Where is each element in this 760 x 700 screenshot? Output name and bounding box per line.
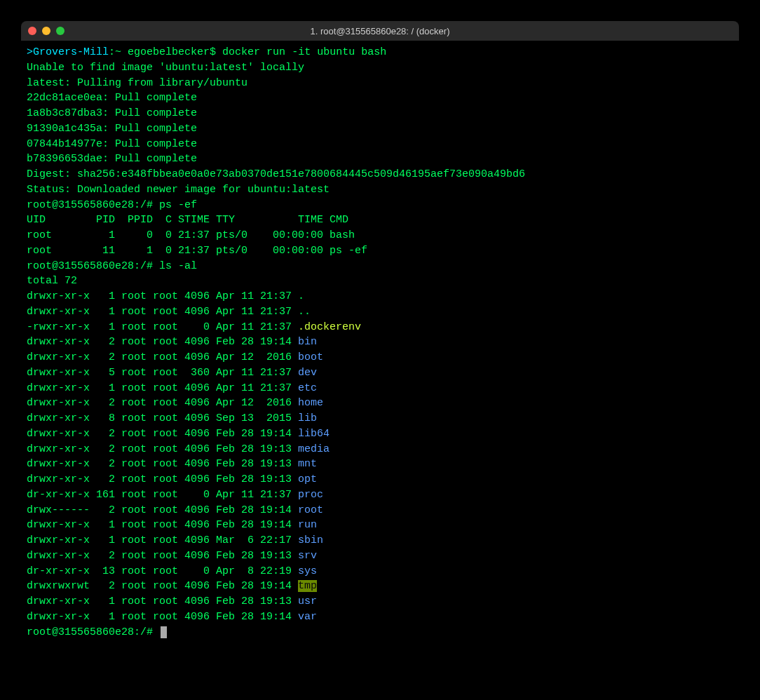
ls-attrs: drwxr-xr-x 1 root root 4096 Mar 6 22:17	[27, 534, 298, 546]
command: ps -ef	[159, 199, 197, 211]
output-line: 22dc81ace0ea: Pull complete	[27, 90, 733, 106]
ls-filename: dev	[298, 367, 317, 379]
ls-filename: tmp	[298, 580, 317, 592]
ls-row: drwxr-xr-x 8 root root 4096 Sep 13 2015 …	[27, 411, 733, 426]
ls-row: dr-xr-xr-x 13 root root 0 Apr 8 22:19 sy…	[27, 564, 733, 579]
cursor-icon	[161, 626, 167, 638]
ls-total: total 72	[27, 274, 733, 289]
hostname: Grovers-Mill	[33, 46, 109, 58]
prompt-arrow-icon: >	[27, 46, 33, 58]
ls-attrs: drwxr-xr-x 2 root root 4096 Apr 12 2016	[27, 351, 298, 363]
ls-attrs: drwxr-xr-x 2 root root 4096 Feb 28 19:14	[27, 428, 298, 440]
ls-attrs: drwxr-xr-x 2 root root 4096 Feb 28 19:13	[27, 458, 298, 470]
ps-row: root 11 1 0 21:37 pts/0 00:00:00 ps -ef	[27, 243, 733, 259]
ls-attrs: drwxr-xr-x 1 root root 4096 Feb 28 19:14	[27, 519, 298, 531]
ls-row: drwxr-xr-x 2 root root 4096 Feb 28 19:14…	[27, 426, 733, 442]
ls-attrs: drwxr-xr-x 1 root root 4096 Apr 11 21:37	[27, 306, 298, 318]
output-line: 91390a1c435a: Pull complete	[27, 121, 733, 137]
prompt-sep: :~	[109, 46, 128, 58]
ls-filename: lib	[298, 412, 317, 424]
minimize-icon[interactable]	[42, 27, 50, 35]
ls-filename: home	[298, 397, 323, 409]
prompt-text: root@315565860e28:/#	[27, 199, 159, 211]
traffic-lights	[28, 27, 65, 35]
ls-filename: srv	[298, 550, 317, 562]
ls-attrs: drwxr-xr-x 1 root root 4096 Apr 11 21:37	[27, 290, 298, 302]
ls-attrs: drwxr-xr-x 2 root root 4096 Feb 28 19:13	[27, 473, 298, 485]
ls-row: drwxr-xr-x 2 root root 4096 Feb 28 19:13…	[27, 442, 733, 457]
ps-row: root 1 0 0 21:37 pts/0 00:00:00 bash	[27, 228, 733, 243]
ls-attrs: dr-xr-xr-x 13 root root 0 Apr 8 22:19	[27, 565, 298, 577]
ls-attrs: drwxr-xr-x 2 root root 4096 Feb 28 19:13	[27, 443, 298, 455]
ls-filename: ..	[298, 306, 311, 318]
ls-filename: root	[298, 504, 323, 516]
prompt-line: root@315565860e28:/# ps -ef	[27, 198, 733, 213]
ls-filename: etc	[298, 382, 317, 394]
terminal-window: 1. root@315565860e28: / (docker) >Grover…	[21, 21, 739, 680]
ls-attrs: drwxrwxrwt 2 root root 4096 Feb 28 19:14	[27, 580, 298, 592]
ls-filename: .	[298, 290, 304, 302]
ls-filename: var	[298, 611, 317, 623]
prompt-line: root@315565860e28:/#	[27, 625, 733, 640]
ls-filename: bin	[298, 336, 317, 348]
ls-attrs: drwxr-xr-x 8 root root 4096 Sep 13 2015	[27, 412, 298, 424]
ls-filename: opt	[298, 473, 317, 485]
ls-filename: run	[298, 519, 317, 531]
prompt-text: root@315565860e28:/#	[27, 260, 159, 272]
ls-row: drwxr-xr-x 5 root root 360 Apr 11 21:37 …	[27, 365, 733, 381]
ls-attrs: drwxr-xr-x 2 root root 4096 Apr 12 2016	[27, 397, 298, 409]
output-line: 07844b14977e: Pull complete	[27, 137, 733, 152]
ls-attrs: -rwxr-xr-x 1 root root 0 Apr 11 21:37	[27, 321, 298, 333]
ls-filename: usr	[298, 595, 317, 607]
prompt-line: root@315565860e28:/# ls -al	[27, 259, 733, 274]
output-line: b78396653dae: Pull complete	[27, 152, 733, 167]
ls-row: drwxr-xr-x 2 root root 4096 Feb 28 19:13…	[27, 548, 733, 564]
output-line: 1a8b3c87dba3: Pull complete	[27, 106, 733, 121]
ls-filename: sys	[298, 565, 317, 577]
close-icon[interactable]	[28, 27, 36, 35]
command: docker run -it ubuntu bash	[222, 46, 386, 58]
titlebar[interactable]: 1. root@315565860e28: / (docker)	[21, 21, 739, 41]
ls-row: drwxr-xr-x 1 root root 4096 Mar 6 22:17 …	[27, 533, 733, 548]
username: egoebelbecker	[128, 46, 210, 58]
ls-row: drwxr-xr-x 1 root root 4096 Feb 28 19:13…	[27, 594, 733, 610]
ls-row: drwxr-xr-x 2 root root 4096 Feb 28 19:13…	[27, 457, 733, 472]
ls-row: drwxr-xr-x 2 root root 4096 Feb 28 19:14…	[27, 335, 733, 350]
ls-attrs: dr-xr-xr-x 161 root root 0 Apr 11 21:37	[27, 489, 298, 501]
ls-filename: .dockerenv	[298, 321, 361, 333]
ls-row: drwxrwxrwt 2 root root 4096 Feb 28 19:14…	[27, 579, 733, 594]
ls-filename: sbin	[298, 534, 323, 546]
ls-filename: lib64	[298, 428, 330, 440]
command: ls -al	[159, 260, 197, 272]
prompt-dollar: $	[210, 46, 222, 58]
ls-row: drwxr-xr-x 2 root root 4096 Apr 12 2016 …	[27, 350, 733, 365]
ls-row: -rwxr-xr-x 1 root root 0 Apr 11 21:37 .d…	[27, 320, 733, 335]
ls-attrs: drwxr-xr-x 2 root root 4096 Feb 28 19:13	[27, 550, 298, 562]
output-line: Digest: sha256:e348fbbea0e0a0e73ab0370de…	[27, 167, 733, 182]
output-line: Unable to find image 'ubuntu:latest' loc…	[27, 60, 733, 76]
terminal-content[interactable]: >Grovers-Mill:~ egoebelbecker$ docker ru…	[21, 41, 739, 644]
ls-attrs: drwx------ 2 root root 4096 Feb 28 19:14	[27, 504, 298, 516]
ls-attrs: drwxr-xr-x 2 root root 4096 Feb 28 19:14	[27, 336, 298, 348]
ls-row: drwxr-xr-x 1 root root 4096 Apr 11 21:37…	[27, 381, 733, 396]
window-title: 1. root@315565860e28: / (docker)	[28, 26, 732, 36]
ls-row: drwxr-xr-x 1 root root 4096 Feb 28 19:14…	[27, 518, 733, 533]
ls-filename: boot	[298, 351, 323, 363]
ls-row: drwxr-xr-x 2 root root 4096 Feb 28 19:13…	[27, 472, 733, 487]
ls-attrs: drwxr-xr-x 1 root root 4096 Feb 28 19:13	[27, 595, 298, 607]
ls-filename: mnt	[298, 458, 317, 470]
prompt-text: root@315565860e28:/#	[27, 626, 153, 638]
ls-attrs: drwxr-xr-x 1 root root 4096 Feb 28 19:14	[27, 611, 298, 623]
ls-row: drwxr-xr-x 2 root root 4096 Apr 12 2016 …	[27, 396, 733, 411]
ls-row: drwxr-xr-x 1 root root 4096 Apr 11 21:37…	[27, 289, 733, 304]
ls-row: drwxr-xr-x 1 root root 4096 Apr 11 21:37…	[27, 304, 733, 320]
ls-attrs: drwxr-xr-x 5 root root 360 Apr 11 21:37	[27, 367, 298, 379]
ls-row: dr-xr-xr-x 161 root root 0 Apr 11 21:37 …	[27, 487, 733, 503]
ps-header: UID PID PPID C STIME TTY TIME CMD	[27, 213, 733, 228]
prompt-line: >Grovers-Mill:~ egoebelbecker$ docker ru…	[27, 45, 733, 60]
ls-filename: media	[298, 443, 330, 455]
ls-filename: proc	[298, 489, 323, 501]
maximize-icon[interactable]	[56, 27, 65, 35]
output-line: latest: Pulling from library/ubuntu	[27, 76, 733, 91]
ls-row: drwx------ 2 root root 4096 Feb 28 19:14…	[27, 503, 733, 518]
